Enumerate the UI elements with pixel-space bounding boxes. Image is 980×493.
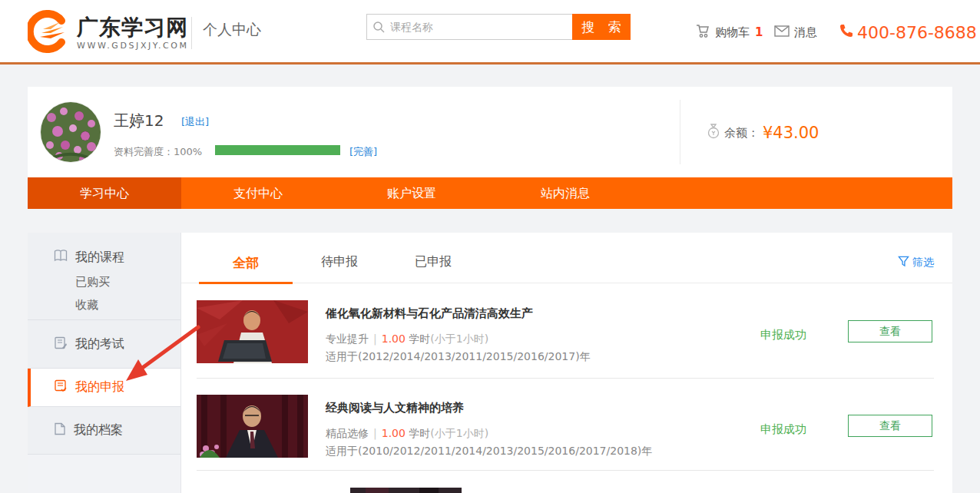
messages-label: 消息 xyxy=(794,25,817,40)
course-category: 专业提升 xyxy=(326,333,369,345)
search-icon xyxy=(372,21,385,36)
money-bag-icon xyxy=(707,124,720,142)
course-hours-note: (小于1小时) xyxy=(430,333,488,345)
header-divider xyxy=(191,17,192,49)
course-hours: 1.00 xyxy=(382,427,406,439)
sidebar-item-my-archives[interactable]: 我的档案 xyxy=(28,418,123,444)
view-button[interactable]: 查看 xyxy=(848,415,932,437)
nav-tab-site-messages[interactable]: 站内消息 xyxy=(488,177,642,209)
sidebar-item-my-exams[interactable]: 我的考试 xyxy=(28,331,124,357)
profile-progress-bar xyxy=(215,145,340,155)
tab-all[interactable]: 全部 xyxy=(199,233,293,283)
logo-title: 广东学习网 xyxy=(77,15,189,40)
cart-count-badge: 1 xyxy=(755,25,763,39)
hotline: 400-876-8688 xyxy=(839,0,977,65)
user-name: 王婷12 xyxy=(114,111,164,131)
site-header: 广东学习网 WWW.GDSJXJY.COM 个人中心 搜 索 购物车 1 xyxy=(0,0,980,65)
course-thumbnail[interactable] xyxy=(197,300,308,363)
messages-link[interactable]: 消息 xyxy=(774,0,817,65)
course-row: 经典阅读与人文精神的培养 精品选修|1.00 学时(小于1小时) 适用于(201… xyxy=(181,393,952,472)
sidebar-item-label: 我的课程 xyxy=(75,250,124,266)
logo-subtitle: WWW.GDSJXJY.COM xyxy=(77,41,189,51)
course-meta: 精品选修|1.00 学时(小于1小时) xyxy=(326,427,488,441)
improve-profile-link[interactable]: [完善] xyxy=(349,145,377,159)
main-panel: 我的课程 已购买 收藏 我的考试 我的申报 xyxy=(28,233,952,493)
cart-link[interactable]: 购物车 1 xyxy=(695,0,763,65)
cart-icon xyxy=(695,24,710,41)
course-hours-unit: 学时 xyxy=(409,427,430,439)
user-info-card: 王婷12 [退出] 资料完善度：100% [完善] 余额： ¥43.00 xyxy=(28,87,952,177)
course-meta: 专业提升|1.00 学时(小于1小时) xyxy=(326,333,488,346)
course-hours-note: (小于1小时) xyxy=(430,427,488,439)
sidebar-item-my-courses[interactable]: 我的课程 xyxy=(28,244,180,270)
course-row: 催化氧化新材料与石化产品清洁高效生产 专业提升|1.00 学时(小于1小时) 适… xyxy=(181,299,952,378)
phone-number: 400-876-8688 xyxy=(857,23,977,42)
course-title[interactable]: 催化氧化新材料与石化产品清洁高效生产 xyxy=(326,306,533,321)
phone-icon xyxy=(839,23,854,41)
page: 广东学习网 WWW.GDSJXJY.COM 个人中心 搜 索 购物车 1 xyxy=(0,0,980,493)
course-title[interactable]: 经典阅读与人文精神的培养 xyxy=(326,401,464,415)
nav-tab-payment-center[interactable]: 支付中心 xyxy=(181,177,335,209)
balance: 余额： ¥43.00 xyxy=(707,124,819,142)
nav-tab-account-settings[interactable]: 账户设置 xyxy=(335,177,488,209)
course-hours-unit: 学时 xyxy=(409,333,430,345)
book-icon xyxy=(54,250,68,265)
course-category: 精品选修 xyxy=(326,427,369,439)
sidebar-item-label: 我的考试 xyxy=(75,336,124,352)
sidebar-footer-area xyxy=(28,455,180,493)
nav-tab-learning-center[interactable]: 学习中心 xyxy=(28,177,181,209)
row-divider xyxy=(197,470,934,471)
sidebar-item-purchased[interactable]: 已购买 xyxy=(28,270,180,293)
sidebar: 我的课程 已购买 收藏 我的考试 我的申报 xyxy=(28,233,181,493)
search-input[interactable] xyxy=(366,14,572,40)
course-hours: 1.00 xyxy=(382,333,406,345)
funnel-icon xyxy=(898,256,909,270)
archive-file-icon xyxy=(54,422,66,438)
profile-completeness-label: 资料完善度：100% xyxy=(114,145,202,159)
declaration-content: 全部 待申报 已申报 筛选 xyxy=(181,233,952,493)
search-bar: 搜 索 xyxy=(366,14,631,40)
logo-icon xyxy=(28,10,71,56)
filter-label: 筛选 xyxy=(912,256,934,270)
page-title: 个人中心 xyxy=(203,20,261,40)
filter-button[interactable]: 筛选 xyxy=(898,256,934,270)
sidebar-item-my-declarations[interactable]: 我的申报 xyxy=(28,369,180,407)
search-button[interactable]: 搜 索 xyxy=(572,14,631,40)
course-thumbnail[interactable] xyxy=(350,485,462,493)
avatar[interactable] xyxy=(40,101,101,163)
exam-paper-icon xyxy=(54,336,68,352)
sidebar-item-favorites[interactable]: 收藏 xyxy=(28,293,180,316)
site-logo[interactable]: 广东学习网 WWW.GDSJXJY.COM xyxy=(28,10,189,56)
balance-amount: ¥43.00 xyxy=(763,124,819,142)
course-applicable-years: 适用于(2012/2014/2013/2011/2015/2016/2017)年 xyxy=(326,350,591,364)
view-button[interactable]: 查看 xyxy=(848,320,932,342)
primary-nav: 学习中心 支付中心 账户设置 站内消息 xyxy=(28,177,952,209)
declaration-status: 申报成功 xyxy=(760,328,806,342)
card-divider xyxy=(680,100,680,164)
row-divider xyxy=(197,378,934,379)
logout-link[interactable]: [退出] xyxy=(181,115,209,129)
declaration-list-icon xyxy=(54,379,68,395)
tab-pending[interactable]: 待申报 xyxy=(293,233,386,283)
tab-declared[interactable]: 已申报 xyxy=(386,233,480,283)
course-thumbnail[interactable] xyxy=(197,395,308,458)
declaration-status: 申报成功 xyxy=(760,422,806,437)
envelope-icon xyxy=(774,25,790,40)
content-tabs: 全部 待申报 已申报 筛选 xyxy=(181,233,952,283)
sidebar-item-label: 我的申报 xyxy=(75,379,124,395)
balance-label: 余额： xyxy=(724,126,759,141)
cart-label: 购物车 xyxy=(715,25,750,40)
course-applicable-years: 适用于(2010/2012/2011/2014/2013/2015/2016/2… xyxy=(326,445,652,458)
profile-progress-fill xyxy=(215,145,340,155)
sidebar-item-label: 我的档案 xyxy=(74,422,123,438)
